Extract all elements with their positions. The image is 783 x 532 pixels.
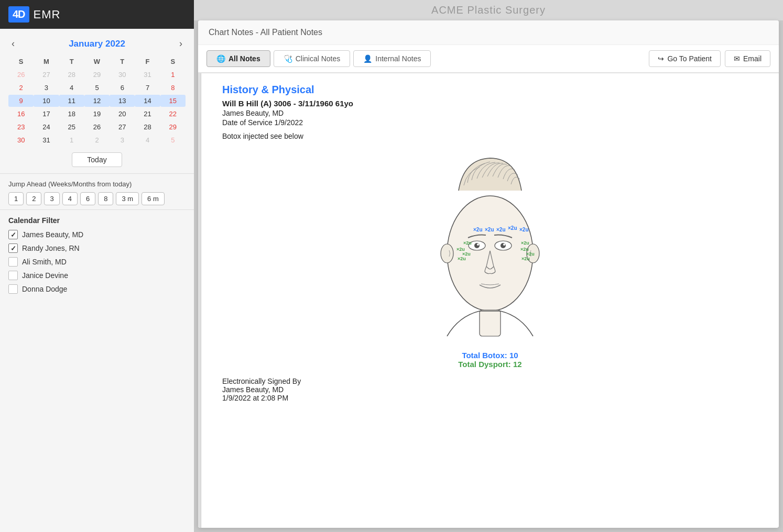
day-header-s2: S [160, 57, 186, 66]
jump-ahead-title: Jump Ahead (Weeks/Months from today) [8, 180, 186, 188]
calendar-day[interactable]: 22 [160, 108, 186, 120]
svg-text:×2u: ×2u [521, 256, 530, 261]
filter-checkbox[interactable] [8, 243, 18, 253]
calendar-day[interactable]: 31 [34, 134, 59, 146]
calendar-day[interactable]: 26 [8, 69, 34, 81]
today-button[interactable]: Today [72, 152, 122, 167]
jump-button[interactable]: 6 [80, 192, 95, 205]
tabs-actions: ↪ Go To Patient ✉ Email [649, 50, 770, 67]
go-to-patient-button[interactable]: ↪ Go To Patient [649, 50, 721, 67]
tab-clinical-notes-label: Clinical Notes [296, 54, 341, 63]
jump-button[interactable]: 6 m [142, 192, 165, 205]
notes-body: History & Physical Will B Hill (A) 3006 … [201, 73, 779, 528]
jump-button[interactable]: 1 [8, 192, 24, 205]
mail-icon: ✉ [734, 54, 740, 63]
calendar-day[interactable]: 2 [8, 82, 34, 94]
calendar-day[interactable]: 2 [84, 134, 110, 146]
calendar-day[interactable]: 29 [160, 121, 186, 133]
calendar-day[interactable]: 19 [84, 108, 110, 120]
svg-text:×2u: ×2u [496, 227, 506, 232]
tab-clinical-notes[interactable]: 🩺 Clinical Notes [274, 50, 351, 67]
filter-item[interactable]: Randy Jones, RN [8, 243, 186, 253]
filter-checkbox[interactable] [8, 284, 18, 294]
jump-button[interactable]: 2 [26, 192, 41, 205]
calendar-day[interactable]: 8 [160, 82, 186, 94]
totals-section: Total Botox: 10 Total Dysport: 12 [222, 351, 758, 369]
calendar-next-button[interactable]: › [176, 37, 186, 50]
calendar-day[interactable]: 18 [59, 108, 84, 120]
calendar-day[interactable]: 6 [110, 82, 135, 94]
calendar-day[interactable]: 21 [135, 108, 160, 120]
calendar-day[interactable]: 31 [135, 69, 160, 81]
email-label: Email [743, 54, 762, 63]
tab-all-notes[interactable]: 🌐 All Notes [206, 50, 270, 67]
calendar-day[interactable]: 3 [110, 134, 135, 146]
calendar-day[interactable]: 5 [84, 82, 110, 94]
calendar-prev-button[interactable]: ‹ [8, 37, 18, 50]
calendar-day[interactable]: 15 [160, 95, 186, 107]
total-dysport: Total Dysport: 12 [222, 360, 758, 369]
calendar-section: ‹ January 2022 › S M T W T F S 262728293… [0, 29, 194, 174]
calendar-day[interactable]: 3 [34, 82, 59, 94]
calendar-day[interactable]: 14 [135, 95, 160, 107]
total-botox: Total Botox: 10 [222, 351, 758, 360]
svg-text:×2u: ×2u [473, 227, 483, 232]
calendar-day[interactable]: 17 [34, 108, 59, 120]
calendar-day-headers: S M T W T F S [8, 57, 186, 66]
calendar-day[interactable]: 26 [84, 121, 110, 133]
calendar-day[interactable]: 1 [59, 134, 84, 146]
calendar-day[interactable]: 10 [34, 95, 59, 107]
svg-text:×2u: ×2u [485, 227, 494, 232]
calendar-day[interactable]: 1 [160, 69, 186, 81]
email-button[interactable]: ✉ Email [725, 50, 770, 67]
tab-internal-notes-label: Internal Notes [375, 54, 421, 63]
calendar-day[interactable]: 5 [160, 134, 186, 146]
calendar-day[interactable]: 27 [110, 121, 135, 133]
calendar-day[interactable]: 29 [84, 69, 110, 81]
calendar-week: 9101112131415 [8, 95, 186, 107]
filter-item[interactable]: Janice Devine [8, 271, 186, 280]
calendar-day[interactable]: 24 [34, 121, 59, 133]
svg-point-0 [447, 196, 533, 311]
jump-ahead-section: Jump Ahead (Weeks/Months from today) 123… [0, 174, 194, 210]
calendar-grid: S M T W T F S 26272829303112345678910111… [8, 57, 186, 146]
tab-internal-notes[interactable]: 👤 Internal Notes [353, 50, 431, 67]
logo-4d: 4D [8, 6, 29, 23]
calendar-day[interactable]: 23 [8, 121, 34, 133]
calendar-day[interactable]: 20 [110, 108, 135, 120]
calendar-day[interactable]: 11 [59, 95, 84, 107]
calendar-day[interactable]: 27 [34, 69, 59, 81]
calendar-day[interactable]: 7 [135, 82, 160, 94]
filter-checkbox[interactable] [8, 271, 18, 280]
sidebar: 4D EMR ‹ January 2022 › S M T W T F S 26… [0, 0, 194, 532]
chart-panel-header: Chart Notes - All Patient Notes [198, 20, 779, 45]
calendar-day[interactable]: 4 [59, 82, 84, 94]
jump-button[interactable]: 4 [62, 192, 78, 205]
jump-button[interactable]: 3 m [116, 192, 139, 205]
face-svg: ×2u ×2u ×2u ×2u ×2u ×2u ×2u ×2u ×2u ×2u … [411, 149, 569, 342]
tab-all-notes-label: All Notes [229, 54, 260, 63]
calendar-day[interactable]: 28 [135, 121, 160, 133]
calendar-day[interactable]: 12 [84, 95, 110, 107]
filter-checkbox[interactable] [8, 230, 18, 239]
calendar-day[interactable]: 28 [59, 69, 84, 81]
filter-item[interactable]: Donna Dodge [8, 284, 186, 294]
svg-text:×2u: ×2u [463, 240, 472, 246]
calendar-day[interactable]: 30 [110, 69, 135, 81]
globe-icon: 🌐 [216, 54, 225, 63]
calendar-day[interactable]: 4 [135, 134, 160, 146]
calendar-week: 2627282930311 [8, 69, 186, 81]
filter-checkbox[interactable] [8, 257, 18, 267]
filter-item[interactable]: James Beauty, MD [8, 230, 186, 239]
calendar-month-label: January 2022 [69, 39, 125, 49]
calendar-day[interactable]: 30 [8, 134, 34, 146]
filter-item[interactable]: Ali Smith, MD [8, 257, 186, 267]
calendar-day[interactable]: 13 [110, 95, 135, 107]
svg-point-8 [503, 243, 505, 246]
jump-button[interactable]: 3 [44, 192, 59, 205]
calendar-day[interactable]: 25 [59, 121, 84, 133]
calendar-week: 2345678 [8, 82, 186, 94]
calendar-day[interactable]: 16 [8, 108, 34, 120]
calendar-day[interactable]: 9 [8, 95, 34, 107]
jump-button[interactable]: 8 [98, 192, 113, 205]
